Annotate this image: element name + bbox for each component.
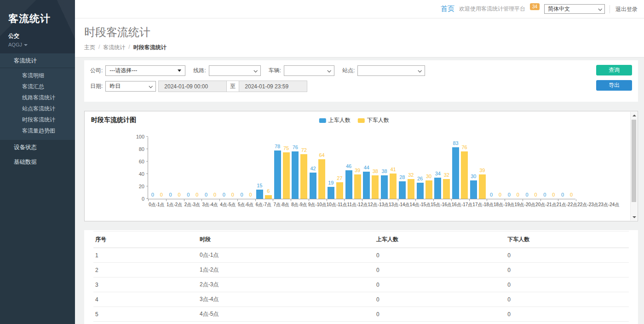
home-link[interactable]: 首页	[441, 5, 454, 13]
x-axis-label: 7点-8点	[272, 199, 290, 208]
x-axis-label: 17点-18点	[472, 199, 494, 208]
sidebar: 客流统计 公交 AQGJ 客流统计 客流明细客流汇总线路客流统计站点客流统计时段…	[0, 0, 75, 324]
sidebar-submenu: 客流明细客流汇总线路客流统计站点客流统计时段客流统计客流量趋势图	[0, 68, 75, 140]
query-button[interactable]: 查询	[596, 65, 632, 75]
sidebar-subitem[interactable]: 客流汇总	[0, 81, 75, 92]
table-cell: 1点-2点	[198, 263, 374, 278]
breadcrumb-passenger-stats[interactable]: 客流统计	[103, 44, 125, 52]
chart-panel: 时段车流统计图 上车人数下车人数 00000000000015678757672…	[84, 111, 638, 221]
x-axis-label: 13点-14点	[389, 199, 410, 208]
legend-item[interactable]: 下车人数	[358, 116, 389, 124]
line-label: 线路:	[193, 67, 206, 75]
vehicle-label: 车辆:	[269, 67, 281, 75]
bar-value-label: 83	[453, 140, 459, 146]
bar-column: 83	[452, 137, 459, 199]
bar	[381, 175, 388, 199]
sidebar-subitem[interactable]: 客流量趋势图	[0, 125, 75, 136]
table-cell: 0点-1点	[198, 248, 374, 263]
table-cell: 0	[506, 322, 629, 324]
date-to-input[interactable]: 2024-01-09 23:59	[239, 81, 307, 92]
bar-column: 0	[532, 137, 539, 199]
chevron-down-icon	[327, 69, 331, 72]
breadcrumb-home[interactable]: 主页	[84, 44, 95, 52]
date-from-input[interactable]: 2024-01-09 00:00	[159, 81, 226, 92]
station-select[interactable]	[357, 65, 425, 76]
bar-column: 0	[550, 137, 557, 199]
bar-value-label: 15	[257, 183, 262, 188]
bar-value-label: 0	[196, 192, 198, 197]
export-button[interactable]: 导出	[596, 80, 632, 91]
company-select[interactable]: ---请选择---	[105, 65, 185, 76]
scrollbar-thumb[interactable]	[632, 120, 636, 202]
bar-column: 26	[417, 137, 424, 199]
bar-value-label: 0	[160, 192, 163, 197]
x-axis-tick	[469, 199, 470, 201]
notification-badge[interactable]: 34	[530, 3, 540, 10]
x-axis-label: 22点-23点	[577, 199, 598, 208]
y-axis-tick	[146, 161, 148, 162]
chart-scrollbar[interactable]	[630, 112, 637, 220]
logout-link[interactable]: 退出登录	[610, 5, 638, 13]
x-axis-tick	[362, 199, 362, 201]
bar-value-label: 32	[444, 172, 449, 178]
table-cell: 1	[93, 248, 198, 263]
x-axis-tick	[576, 199, 576, 201]
bar-group: 156	[255, 137, 273, 199]
y-axis-tick	[146, 174, 148, 174]
sidebar-subitem[interactable]: 时段客流统计	[0, 114, 75, 125]
language-select[interactable]: 简体中文	[544, 4, 605, 14]
content: 公司: ---请选择--- 线路: 车辆: 站点: 日期: 昨日 2024-01…	[75, 58, 644, 324]
table-header-cell: 时段	[198, 231, 374, 248]
bar-group: 00	[166, 137, 184, 199]
x-axis-tick	[451, 199, 452, 201]
bar-column: 0	[506, 137, 512, 199]
bar-column: 0	[488, 137, 495, 199]
vehicle-select[interactable]	[284, 65, 334, 76]
dropdown-arrow-icon	[178, 69, 181, 72]
bar-group: 4639	[344, 137, 362, 199]
bar	[336, 182, 343, 199]
bar-group: 3841	[380, 137, 398, 199]
x-axis-tick	[487, 199, 487, 201]
bar	[328, 187, 334, 199]
caret-down-icon	[24, 44, 28, 46]
bar-value-label: 0	[526, 192, 529, 197]
scroll-up-button[interactable]	[631, 112, 638, 119]
bar-value-label: 0	[213, 192, 216, 197]
bar	[310, 173, 316, 199]
org-code-dropdown[interactable]: AQGJ	[8, 42, 75, 47]
sidebar-item-device-status[interactable]: 设备状态	[0, 140, 75, 155]
bar-group: 00	[487, 137, 505, 199]
bar-group: 7875	[273, 137, 291, 199]
bar-column: 0	[229, 137, 236, 199]
bar-value-label: 0	[169, 192, 172, 197]
sidebar-subitem[interactable]: 线路客流统计	[0, 92, 75, 103]
sidebar-subitem[interactable]: 站点客流统计	[0, 103, 75, 114]
result-table-panel: 序号时段上车人数下车人数 10点-1点0021点-2点0032点-3点0043点…	[84, 230, 638, 324]
legend-item[interactable]: 上车人数	[319, 116, 351, 124]
table-row: 65点-6点00	[93, 322, 629, 324]
y-axis-tick	[146, 186, 148, 186]
breadcrumb: 主页 / 客流统计 / 时段客流统计	[84, 44, 644, 52]
bar-column: 0	[149, 137, 156, 199]
bar-column: 38	[381, 137, 388, 199]
page-head: 时段客流统计 主页 / 客流统计 / 时段客流统计	[75, 18, 644, 58]
legend-label: 下车人数	[367, 116, 389, 124]
line-select[interactable]	[209, 65, 261, 76]
sidebar-subitem[interactable]: 客流明细	[0, 70, 75, 81]
bar	[300, 154, 307, 199]
bar-group: 00	[148, 137, 166, 199]
sidebar-item-base-data[interactable]: 基础数据	[0, 155, 75, 169]
bar	[417, 183, 424, 199]
x-axis-label: 8点-9点	[290, 199, 308, 208]
sidebar-item-passenger-stats[interactable]: 客流统计	[0, 53, 75, 68]
bar-value-label: 72	[301, 147, 307, 153]
x-axis-tick	[237, 199, 238, 201]
table-cell: 2点-3点	[198, 278, 374, 292]
bar-column: 0	[194, 137, 201, 199]
bar-column: 46	[345, 137, 352, 199]
scroll-down-button[interactable]	[631, 214, 638, 220]
bar-column: 78	[274, 137, 281, 199]
date-preset-select[interactable]: 昨日	[105, 81, 156, 92]
table-cell: 5	[93, 307, 198, 322]
